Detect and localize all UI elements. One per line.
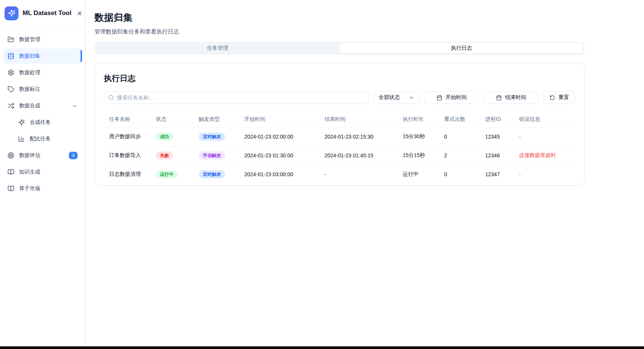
sidebar-item-data-labeling[interactable]: 数据标注 xyxy=(3,82,82,97)
column-header: 重试次数 xyxy=(444,111,485,127)
table-row: 日志数据清理运行中定时触发2024-01-23 03:00:00-运行中0123… xyxy=(104,165,575,184)
sidebar-item-label: 数据标注 xyxy=(19,86,40,93)
process-id-cell: 12346 xyxy=(485,146,519,165)
search-input[interactable] xyxy=(104,91,368,104)
gear-icon xyxy=(8,69,14,76)
tag-icon xyxy=(8,86,14,93)
sparkles-icon xyxy=(18,119,25,126)
database-icon xyxy=(8,53,14,59)
reset-label: 重置 xyxy=(559,94,569,101)
task-name-cell: 订单数据导入 xyxy=(104,146,156,165)
sidebar-item-data-collection[interactable]: 数据归集 xyxy=(3,49,82,64)
column-header: 执行时长 xyxy=(403,111,444,127)
execution-logs-panel: 执行日志 全部状态 xyxy=(94,63,585,186)
error-message-cell: 连接数据库超时 xyxy=(519,146,575,165)
app-title: ML Dataset Tool xyxy=(23,9,72,17)
column-header: 开始时间 xyxy=(244,111,324,127)
task-name-cell: 日志数据清理 xyxy=(104,165,156,184)
column-header: 进程ID xyxy=(485,111,519,127)
book-icon xyxy=(8,185,14,192)
app-logo-sparkles-icon xyxy=(5,6,18,20)
sidebar-item-ratio-task[interactable]: 配比任务 xyxy=(3,131,82,146)
status-badge: 失败 xyxy=(156,151,173,160)
end-time-label: 结束时间 xyxy=(505,94,526,101)
column-header: 错误信息 xyxy=(519,111,575,127)
sidebar-item-data-processing[interactable]: 数据处理 xyxy=(3,65,82,80)
chevron-down-icon xyxy=(409,95,414,101)
sidebar-item-label: 数据合成 xyxy=(19,102,40,109)
tab-execution-logs[interactable]: 执行日志 xyxy=(340,43,583,53)
column-header: 结束时间 xyxy=(324,111,403,127)
search-icon xyxy=(108,94,114,101)
app-window: ML Dataset Tool 数据管理数据归集数据处理数据标注数据合成合成任务… xyxy=(0,0,644,346)
close-icon xyxy=(76,10,83,17)
error-message-cell: - xyxy=(519,127,575,146)
end-time-cell: 2024-01-23 01:45:15 xyxy=(324,146,403,165)
table-row: 订单数据导入失败手动触发2024-01-23 01:30:002024-01-2… xyxy=(104,146,575,165)
sidebar-item-label: 数据评估 xyxy=(19,152,40,159)
sidebar-item-data-management[interactable]: 数据管理 xyxy=(3,32,82,47)
count-badge: 4 xyxy=(69,152,78,159)
sidebar-item-label: 算子市场 xyxy=(19,185,40,192)
page-subtitle: 管理数据归集任务和查看执行日志 xyxy=(94,28,644,35)
process-id-cell: 12345 xyxy=(485,127,519,146)
process-id-cell: 12347 xyxy=(485,165,519,184)
sidebar-item-knowledge-generation[interactable]: 知识生成 xyxy=(3,165,82,180)
status-filter-select[interactable]: 全部状态 xyxy=(374,91,419,104)
column-header: 触发类型 xyxy=(199,111,244,127)
start-time-cell: 2024-01-23 01:30:00 xyxy=(244,146,324,165)
sidebar: ML Dataset Tool 数据管理数据归集数据处理数据标注数据合成合成任务… xyxy=(0,0,85,346)
target-icon xyxy=(8,152,14,159)
trigger-type-badge: 定时触发 xyxy=(199,170,225,178)
sidebar-item-operator-market[interactable]: 算子市场 xyxy=(3,181,82,196)
sidebar-item-label: 数据管理 xyxy=(19,36,40,43)
filter-bar: 全部状态 开始时间 结束时间 xyxy=(104,91,575,104)
trigger-type-badge: 手动触发 xyxy=(199,151,225,160)
shuffle-icon xyxy=(8,102,14,109)
column-header: 任务名称 xyxy=(104,111,156,127)
task-name-cell: 用户数据同步 xyxy=(104,127,156,146)
status-badge: 运行中 xyxy=(156,170,178,178)
column-header: 状态 xyxy=(156,111,199,127)
reset-button[interactable]: 重置 xyxy=(544,91,575,104)
start-time-label: 开始时间 xyxy=(446,94,467,101)
retry-count-cell: 0 xyxy=(444,127,485,146)
search-box xyxy=(104,91,368,104)
execution-logs-table: 任务名称状态触发类型开始时间结束时间执行时长重试次数进程ID错误信息 用户数据同… xyxy=(104,111,575,184)
duration-cell: 15分30秒 xyxy=(403,127,444,146)
sidebar-item-synthesis-task[interactable]: 合成任务 xyxy=(3,115,82,130)
sidebar-close-button[interactable] xyxy=(76,9,84,17)
table-header-row: 任务名称状态触发类型开始时间结束时间执行时长重试次数进程ID错误信息 xyxy=(104,111,575,127)
book-icon xyxy=(8,169,14,175)
table-row: 用户数据同步成功定时触发2024-01-23 02:00:002024-01-2… xyxy=(104,127,575,146)
start-time-cell: 2024-01-23 03:00:00 xyxy=(244,165,324,184)
sidebar-item-data-evaluation[interactable]: 数据评估4 xyxy=(3,148,82,163)
status-badge: 成功 xyxy=(156,133,173,141)
main-content: 数据归集 管理数据归集任务和查看执行日志 任务管理执行日志 执行日志 全部状态 xyxy=(85,0,644,346)
page-title: 数据归集 xyxy=(94,11,644,24)
duration-cell: 运行中 xyxy=(403,165,444,184)
sidebar-item-label: 数据处理 xyxy=(19,69,40,76)
sidebar-item-label: 配比任务 xyxy=(30,136,51,142)
sidebar-header: ML Dataset Tool xyxy=(0,0,85,27)
start-time-cell: 2024-01-23 02:00:00 xyxy=(244,127,324,146)
sidebar-item-label: 数据归集 xyxy=(19,53,40,59)
error-message-cell: - xyxy=(519,165,575,184)
end-time-cell: 2024-01-23 02:15:30 xyxy=(324,127,403,146)
tab-bar: 任务管理执行日志 xyxy=(94,42,585,55)
duration-cell: 15分15秒 xyxy=(403,146,444,165)
sidebar-item-label: 合成任务 xyxy=(30,119,51,126)
end-time-button[interactable]: 结束时间 xyxy=(484,91,538,104)
sidebar-item-data-synthesis[interactable]: 数据合成 xyxy=(3,98,82,113)
sidebar-item-label: 知识生成 xyxy=(19,169,40,175)
tab-task-management[interactable]: 任务管理 xyxy=(96,43,340,53)
status-filter-value: 全部状态 xyxy=(379,94,400,101)
start-time-button[interactable]: 开始时间 xyxy=(425,91,479,104)
bar-chart-icon xyxy=(18,136,25,142)
retry-count-cell: 0 xyxy=(444,165,485,184)
panel-title: 执行日志 xyxy=(104,73,575,84)
bottom-bar xyxy=(0,346,644,349)
folder-icon xyxy=(8,36,14,43)
sidebar-nav: 数据管理数据归集数据处理数据标注数据合成合成任务配比任务数据评估4知识生成算子市… xyxy=(0,27,85,203)
calendar-icon xyxy=(437,95,442,101)
